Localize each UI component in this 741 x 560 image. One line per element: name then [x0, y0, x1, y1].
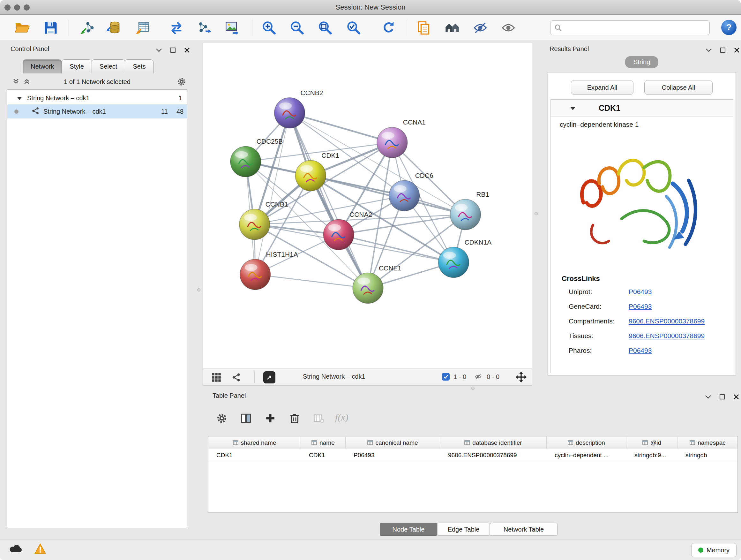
edge-CDC6-CCNB1[interactable]	[255, 196, 404, 225]
save-session-icon[interactable]	[42, 19, 59, 37]
node-CDK1[interactable]: CDK1	[295, 152, 339, 191]
hidden-eye-slash-icon[interactable]	[473, 373, 483, 382]
show-details-eye-icon[interactable]	[500, 19, 517, 37]
edge-HIST1H1A-CCNE1[interactable]	[255, 274, 368, 288]
table-header-cell-name[interactable]: name	[301, 436, 346, 449]
float-panel-icon[interactable]	[704, 393, 712, 401]
zoom-out-icon[interactable]	[288, 19, 306, 37]
tab-style[interactable]: Style	[62, 59, 91, 73]
hide-show-arrows-icon[interactable]	[168, 19, 185, 37]
network-canvas[interactable]: CCNB2CCNA1CDC25BCDK1CDC6RB1CCNB1CCNA2CDK…	[203, 43, 532, 368]
crosslink-link[interactable]: 9606.ENSP00000378699	[629, 332, 704, 340]
maximize-panel-icon[interactable]	[719, 46, 727, 54]
maximize-panel-icon[interactable]	[718, 393, 726, 401]
delete-column-trash-icon[interactable]	[286, 410, 303, 427]
export-view-icon[interactable]	[263, 371, 275, 383]
close-panel-icon[interactable]	[183, 46, 191, 54]
table-cell[interactable]: cyclin–dependent ...	[547, 449, 626, 462]
status-bar: Memory	[0, 540, 741, 560]
tab-sets[interactable]: Sets	[125, 59, 153, 73]
warning-icon[interactable]	[35, 543, 46, 555]
table-cell[interactable]: 9606.ENSP00000378699	[440, 449, 547, 462]
edge-CCNB2-CCNE1[interactable]	[289, 113, 368, 288]
tab-edge-table[interactable]: Edge Table	[437, 523, 490, 536]
refresh-icon[interactable]	[380, 19, 397, 37]
help-icon[interactable]: ?	[721, 20, 737, 35]
string-network-graph[interactable]: CCNB2CCNA1CDC25BCDK1CDC6RB1CCNB1CCNA2CDK…	[203, 43, 532, 368]
edge-CCNB2-CCNA1[interactable]	[289, 113, 392, 143]
disclosure-triangle-icon[interactable]	[17, 95, 22, 102]
pan-crosshair-icon[interactable]	[515, 371, 527, 384]
close-panel-icon[interactable]	[733, 46, 741, 54]
gene-description: cyclin–dependent kinase 1	[560, 121, 639, 128]
annotation-copy-icon[interactable]	[415, 19, 432, 37]
zoom-in-icon[interactable]	[260, 19, 278, 37]
share-network-icon[interactable]	[230, 371, 242, 383]
node-CDKN1A[interactable]: CDKN1A	[439, 239, 492, 278]
home-views-icon[interactable]	[444, 19, 461, 37]
import-network-database-icon[interactable]	[105, 19, 122, 37]
expand-all-button[interactable]: Expand All	[571, 80, 633, 95]
maximize-panel-icon[interactable]	[169, 46, 177, 54]
table-settings-gear-icon[interactable]	[213, 410, 230, 427]
import-table-file-icon[interactable]	[134, 19, 151, 37]
table-header-cell--id[interactable]: @id	[626, 436, 677, 449]
selected-checkbox-icon[interactable]	[442, 373, 450, 381]
tab-node-table[interactable]: Node Table	[380, 523, 437, 536]
table-row[interactable]: CDK1CDK1P064939606.ENSP00000378699cyclin…	[208, 449, 738, 462]
crosslinks-title: CrossLinks	[562, 274, 600, 283]
node-CCNB2[interactable]: CCNB2	[274, 89, 323, 128]
crosslink-link[interactable]: P06493	[629, 303, 652, 310]
close-panel-icon[interactable]	[732, 393, 740, 401]
right-splitter-handle[interactable]	[535, 212, 538, 215]
table-cell[interactable]: P06493	[346, 449, 440, 462]
network-collection-row[interactable]: String Network – cdk1 1	[7, 91, 187, 105]
table-cell[interactable]: stringdb	[677, 449, 738, 462]
table-cell[interactable]: CDK1	[208, 449, 301, 462]
import-network-file-icon[interactable]	[78, 19, 95, 37]
crosslink-link[interactable]: 9606.ENSP00000378699	[629, 317, 704, 325]
title-bar: Session: New Session	[0, 0, 741, 15]
gear-icon[interactable]	[177, 77, 186, 87]
float-panel-icon[interactable]	[155, 46, 163, 54]
table-header-cell-shared-name[interactable]: shared name	[208, 436, 301, 449]
zoom-selected-icon[interactable]	[345, 19, 362, 37]
node-label-CDK1: CDK1	[321, 152, 339, 159]
node-RB1[interactable]: RB1	[450, 191, 489, 230]
table-header-cell-namespac[interactable]: namespac	[677, 436, 738, 449]
node-CCNB1[interactable]: CCNB1	[239, 200, 288, 240]
crosslink-link[interactable]: P06493	[629, 288, 652, 296]
table-header-cell-description[interactable]: description	[547, 436, 626, 449]
memory-button[interactable]: Memory	[691, 543, 737, 557]
hide-details-eye-slash-icon[interactable]	[472, 19, 489, 37]
edge-CDK1-RB1[interactable]	[311, 176, 465, 214]
network-row[interactable]: String Network – cdk1 11 48	[7, 105, 187, 118]
zoom-fit-icon[interactable]	[317, 19, 334, 37]
tab-select[interactable]: Select	[91, 59, 125, 73]
left-splitter-handle[interactable]	[197, 288, 200, 292]
table-header-cell-canonical-name[interactable]: canonical name	[346, 436, 440, 449]
select-columns-icon[interactable]	[238, 410, 254, 427]
export-network-icon[interactable]	[196, 19, 213, 37]
table-header-cell-database-identifier[interactable]: database identifier	[440, 436, 547, 449]
open-session-icon[interactable]	[14, 19, 31, 37]
node-CCNA1[interactable]: CCNA1	[377, 118, 426, 158]
add-column-icon[interactable]	[262, 410, 279, 427]
tab-string[interactable]: String	[625, 56, 658, 68]
table-cell[interactable]: stringdb:9...	[626, 449, 677, 462]
disclosure-triangle-icon[interactable]	[570, 106, 576, 112]
search-input[interactable]	[565, 24, 705, 32]
node-HIST1H1A[interactable]: HIST1H1A	[240, 251, 298, 290]
tab-network-table[interactable]: Network Table	[490, 523, 557, 536]
crosslink-link[interactable]: P06493	[629, 347, 652, 354]
float-panel-icon[interactable]	[704, 46, 713, 54]
export-image-icon[interactable]	[223, 19, 241, 37]
birdseye-grid-icon[interactable]	[210, 371, 222, 383]
tab-network[interactable]: Network	[23, 59, 62, 73]
table-cell[interactable]: CDK1	[301, 449, 346, 462]
search-box[interactable]	[550, 20, 710, 35]
gene-section-header[interactable]: CDK1	[551, 100, 733, 117]
collapse-all-button[interactable]: Collapse All	[644, 80, 713, 95]
edge-CCNB2-HIST1H1A[interactable]	[255, 113, 290, 274]
cloud-status-icon[interactable]	[9, 544, 23, 555]
